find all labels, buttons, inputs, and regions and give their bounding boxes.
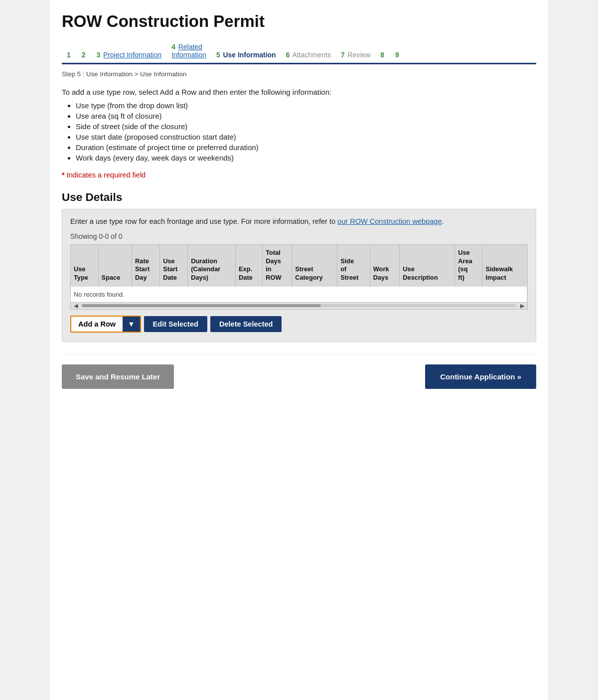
add-row-dropdown-button[interactable]: ▼ (123, 317, 140, 332)
use-details-description: Enter a use type row for each frontage a… (70, 217, 528, 225)
col-space: Space (98, 245, 132, 286)
scroll-thumb (82, 304, 321, 307)
action-buttons: Add a Row ▼ Edit Selected Delete Selecte… (70, 316, 528, 333)
step-1: 1 (62, 48, 77, 63)
instruction-item-2: Use area (sq ft of closure) (76, 112, 536, 120)
row-construction-link[interactable]: our ROW Construction webpage (337, 217, 442, 225)
scroll-right-arrow[interactable]: ▶ (518, 303, 526, 309)
step-8: 8 (375, 48, 390, 63)
step-3[interactable]: 3 Project Information (92, 48, 167, 63)
required-note: * Indicates a required field (62, 171, 536, 179)
section-title: Use Details (62, 188, 536, 204)
step-7: 7 Review (336, 48, 375, 63)
required-star: * (62, 171, 65, 179)
col-use-start-date: UseStartDate (160, 245, 188, 286)
no-records-cell: No records found. (71, 286, 527, 302)
page-title: ROW Construction Permit (62, 12, 536, 31)
col-use-area: UseArea(sqft) (455, 245, 482, 286)
step-4[interactable]: 4 RelatedInformation (166, 40, 211, 63)
steps-nav: 1 2 3 Project Information 4 RelatedInfor… (62, 40, 536, 64)
col-use-description: UseDescription (400, 245, 455, 286)
col-total-days: TotalDaysinROW (263, 245, 292, 286)
instruction-item-1: Use type (from the drop down list) (76, 101, 536, 110)
footer-buttons: Save and Resume Later Continue Applicati… (62, 354, 536, 399)
save-resume-button[interactable]: Save and Resume Later (62, 364, 174, 389)
horizontal-scrollbar[interactable]: ◀ ▶ (70, 303, 528, 310)
step-2: 2 (77, 48, 92, 63)
col-sidewalk-impact: SidewalkImpact (482, 245, 527, 286)
breadcrumb: Step 5 : Use Information > Use Informati… (62, 68, 536, 78)
col-duration: Duration(CalendarDays) (188, 245, 236, 286)
col-rate-start-day: RateStartDay (132, 245, 160, 286)
instruction-item-6: Work days (every day, week days or weeke… (76, 154, 536, 162)
scroll-left-arrow[interactable]: ◀ (72, 303, 80, 309)
use-details-table: UseType Space RateStartDay UseStartDate … (71, 245, 527, 302)
instructions-list: Use type (from the drop down list) Use a… (76, 101, 536, 162)
table-header-row: UseType Space RateStartDay UseStartDate … (71, 245, 527, 286)
data-table-wrapper: UseType Space RateStartDay UseStartDate … (70, 244, 528, 303)
instructions-intro: To add a use type row, select Add a Row … (62, 88, 536, 96)
col-exp-date: Exp.Date (236, 245, 263, 286)
step-5: 5 Use Information (211, 48, 281, 64)
add-row-button[interactable]: Add a Row (71, 317, 123, 332)
step-6: 6 Attachments (281, 48, 336, 63)
instruction-item-4: Use start date (proposed construction st… (76, 133, 536, 141)
no-records-row: No records found. (71, 286, 527, 302)
instruction-item-3: Side of street (side of the closure) (76, 122, 536, 131)
scroll-track[interactable] (82, 304, 516, 307)
col-street-category: StreetCategory (292, 245, 337, 286)
step-9: 9 (390, 48, 405, 63)
delete-selected-button[interactable]: Delete Selected (210, 316, 282, 332)
use-details-box: Enter a use type row for each frontage a… (62, 209, 536, 342)
edit-selected-button[interactable]: Edit Selected (144, 316, 207, 332)
col-use-type: UseType (71, 245, 98, 286)
add-row-button-group[interactable]: Add a Row ▼ (70, 316, 141, 333)
col-side-of-street: SideofStreet (337, 245, 370, 286)
col-work-days: WorkDays (370, 245, 400, 286)
showing-label: Showing 0-0 of 0 (70, 232, 528, 240)
instructions: To add a use type row, select Add a Row … (62, 88, 536, 162)
instruction-item-5: Duration (estimate of project time or pr… (76, 143, 536, 152)
continue-application-button[interactable]: Continue Application » (425, 364, 536, 389)
